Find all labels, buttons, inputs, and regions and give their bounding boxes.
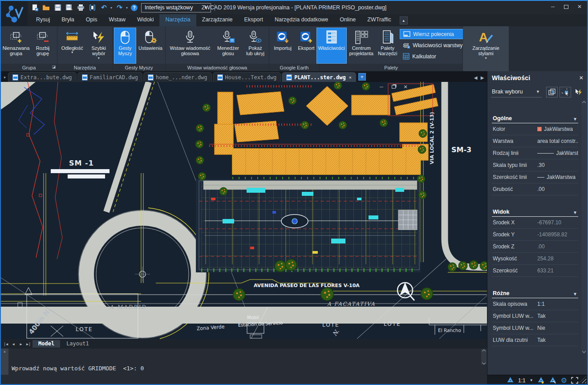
close-tab-icon[interactable]: ✕ [349,75,352,80]
show-hide-voice-button[interactable]: Pokaż lub ukryj [243,28,268,64]
layout-last-icon[interactable]: ▶| [25,342,32,346]
toggle-pickadd-button[interactable] [546,87,558,97]
tool-palettes-button[interactable]: Palety Narzędzi [376,28,399,64]
property-row-szerokosc-linii[interactable]: Szerokość linii JakWarstwa [492,171,578,183]
save-icon[interactable] [53,4,62,12]
fullscreen-icon[interactable] [571,377,578,384]
minimize-button[interactable]: ─ [550,4,556,10]
section-header[interactable]: Ogólne ▼ [492,115,578,123]
close-icon[interactable]: ✕ [4,349,6,375]
annotation-scale-icon[interactable] [507,377,514,384]
tab-zarzadzanie[interactable]: Zarządzanie [196,14,239,26]
undo-button[interactable]: ↶ [100,4,108,12]
mouse-gestures-button[interactable]: Gesty Myszy [114,28,136,64]
insert-voice-message-button[interactable]: Wstaw wiadomość głosowa [167,28,213,64]
select-objects-button[interactable] [560,87,571,97]
gesture-settings-button[interactable]: Ustawienia [137,28,164,64]
command-line-panel[interactable]: ✕ Wprowadź nową wartość GRIDMODE <1>: 0 … [1,349,487,375]
doc-tab-extra[interactable]: Extra...bute.dwg [8,72,77,82]
property-row-wysokosc[interactable]: Wysokość 254.28 [492,253,578,265]
property-row-rodzaj-linii[interactable]: Rodzaj linii JakWarst [492,147,578,159]
doc-restore-button[interactable] [390,84,397,90]
annotation-visibility-icon[interactable] [537,377,545,384]
layer-properties-toggle[interactable]: Właściwości warstwy [400,40,466,50]
new-file-icon[interactable] [30,4,39,12]
doc-minimize-button[interactable]: ─ [378,84,385,90]
property-row-kolor[interactable]: Kolor JakWarstwa [492,123,578,135]
doc-close-button[interactable]: ✕ [402,84,409,90]
settings-gear-icon[interactable]: ⚙ [561,376,567,385]
tab-eksport[interactable]: Eksport [239,14,269,26]
property-row-srodek-y[interactable]: Środek Y -1408958.82 [492,229,578,241]
new-tab-button[interactable]: + [358,73,366,81]
scroll-down-icon[interactable] [482,361,486,365]
maximize-button[interactable] [563,4,569,10]
tab-layout1[interactable]: Layout1 [61,340,95,348]
section-header[interactable]: Różne ▼ [492,290,578,298]
undo-dropdown-caret[interactable]: ▾ [110,6,112,10]
dialog-launcher-icon[interactable]: ◪ [52,65,56,69]
doc-tab-planta-active[interactable]: PLANT...ster.dwg✕ [282,72,356,82]
property-row-srodek-z[interactable]: Środek Z .00 [492,241,578,253]
property-row-symbol-luw-2[interactable]: Symbol LUW w... Nie [492,322,578,334]
close-button[interactable]: ✕ [576,4,583,10]
workspace-selector[interactable]: Interfejs wstążkowy ▼ [141,3,211,12]
quick-select-panel-button[interactable] [573,87,584,97]
annotation-scale-value[interactable]: 1:1 [518,377,526,384]
tab-online[interactable]: Online [334,14,361,26]
layout-first-icon[interactable]: |◀ [2,342,9,346]
explode-group-button[interactable]: Rozbij grupę [30,28,55,64]
layout-next-icon[interactable]: ▶ [17,342,24,346]
google-earth-import-button[interactable]: Importuj [271,28,294,64]
section-header[interactable]: Widok ▼ [492,209,578,217]
property-row-skala-opisowa[interactable]: Skala opisowa 1:1 [492,298,578,310]
scroll-up-icon[interactable] [482,349,486,353]
distance-button[interactable]: Odległość ▾ [59,28,85,64]
design-center-button[interactable]: Centrum projektanta [348,28,375,64]
panel-close-icon[interactable]: ✕ [579,75,584,81]
zwcad-logo[interactable] [1,1,28,26]
tab-bryla[interactable]: Bryła [56,14,80,26]
scroll-down-icon[interactable] [582,349,586,353]
quick-select-button[interactable]: Szybki wybór ▾ [86,28,111,64]
tab-scroll-right-icon[interactable]: ▶ [479,75,485,80]
property-row-srodek-x[interactable]: Środek X -67697.10 [492,217,578,229]
selection-dropdown[interactable]: Brak wyboru ▼ [491,88,542,97]
tab-narzedzia[interactable]: Narzędzia [159,14,196,26]
layout-prev-icon[interactable]: ◀ [10,342,17,346]
tab-wstaw[interactable]: Wstaw [103,14,131,26]
ribbon-collapse-button[interactable]: ▲ [400,16,408,24]
property-row-grubosc[interactable]: Grubość .00 [492,183,578,195]
property-row-skala-linii[interactable]: Skala typu linii .30 [492,159,578,171]
tab-zwtraffic[interactable]: ZWTraffic [361,14,397,26]
drawing-area[interactable]: ─ ✕ [1,82,487,339]
plot-preview-icon[interactable] [88,4,97,12]
tab-widoki[interactable]: Widoki [131,14,160,26]
tab-scroll-left-icon[interactable]: ◀ [473,75,479,80]
auto-annotation-icon[interactable] [549,377,557,384]
google-earth-export-button[interactable]: Eksport [295,28,317,64]
site-plan-drawing[interactable]: SM -1 SM-3 A MADRID AVENIDA PASEO DE LAS… [1,82,487,339]
unnamed-group-button[interactable]: Nienazwana grupa [3,28,29,64]
property-row-symbol-luw-1[interactable]: Symbol LUW w... Tak [492,310,578,322]
tab-rysuj[interactable]: Rysuj [30,14,56,26]
doc-tab-familiarcad[interactable]: FamiliarCAD.dwg [77,72,142,82]
scroll-up-icon[interactable] [582,101,586,105]
print-icon[interactable] [77,4,85,12]
open-folder-icon[interactable] [42,4,50,12]
calculator-toggle[interactable]: Kalkulator [400,51,466,61]
command-line-toggle[interactable]: Wiersz polecenia [400,29,466,39]
property-row-luw-rzutni[interactable]: LUW dla rzutni Tak [492,334,578,346]
panel-scrollbar[interactable] [581,101,587,353]
doc-tab-house[interactable]: House...Text.dwg [213,72,281,82]
command-panel-gutter[interactable]: ✕ [1,349,8,375]
voice-manager-button[interactable]: Menedżer głosu [214,28,242,64]
tab-narzedzia-dodatkowe[interactable]: Narzędzia dodatkowe [269,14,334,26]
save-as-icon[interactable] [65,4,73,12]
redo-dropdown-caret[interactable]: ▾ [126,6,128,10]
redo-button[interactable]: ↷ [115,4,124,12]
property-row-szerokosc[interactable]: Szerokość 633.21 [492,265,578,277]
style-manager-button[interactable]: A Zarządzanie stylami ▾ [467,28,505,64]
doc-tab-home[interactable]: home_...nder.dwg [143,72,212,82]
properties-palette-button[interactable]: Właściwości [316,28,347,64]
